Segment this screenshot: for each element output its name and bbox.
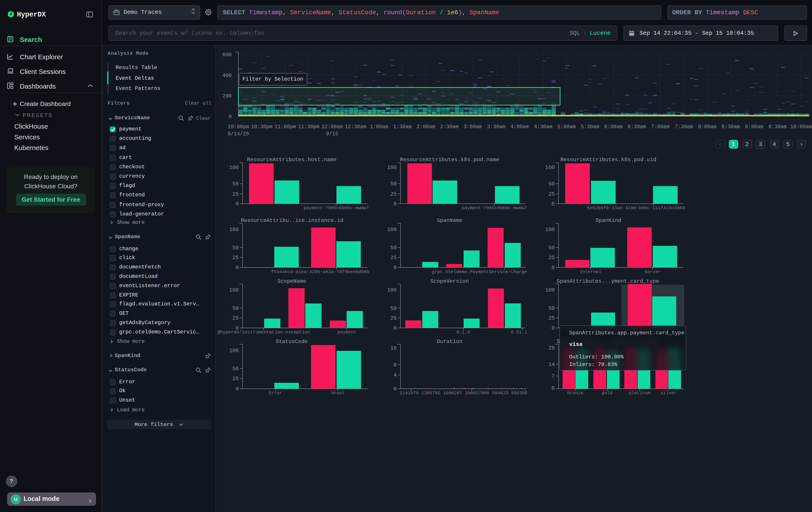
svg-text:0: 0 [236,265,239,271]
svg-text:Internal: Internal [579,269,601,274]
svg-text:100: 100 [387,164,397,170]
svg-text:StatusCode: StatusCode [276,339,308,345]
svg-text:50: 50 [232,366,239,372]
svg-text:100: 100 [545,164,555,170]
svg-text:100: 100 [229,287,239,293]
svg-text:100: 100 [229,226,239,233]
svg-text:50: 50 [548,181,555,187]
svg-text:ResourceAttribu..ice.instance.: ResourceAttribu..ice.instance.id [241,217,343,223]
svg-text:25: 25 [232,255,239,261]
svg-text:10:00am: 10:00am [790,124,812,130]
svg-text:ScopeVersion: ScopeVersion [431,278,469,284]
svg-text:10:00pm: 10:00pm [228,124,249,130]
svg-text:Error: Error [269,390,282,396]
svg-text:payment: payment [337,330,356,335]
svg-text:ResourceAttributes.k8s.pod.uid: ResourceAttributes.k8s.pod.uid [560,157,656,163]
svg-text:5e02b5fb-13ae-4296-bbbc-111f42: 5e02b5fb-13ae-4296-bbbc-111f423c460d [587,206,685,211]
svg-text:100: 100 [229,164,239,170]
svg-text:ScopeName: ScopeName [277,278,306,284]
svg-text:8:00am: 8:00am [698,124,716,130]
svg-text:4: 4 [394,372,397,378]
svg-text:50: 50 [232,181,239,187]
svg-text:1:30am: 1:30am [393,124,412,130]
svg-text:0: 0 [552,201,555,207]
svg-text:50: 50 [232,245,239,251]
svg-text:f5344ec9-a1ea-4290-a62a-78f5be: f5344ec9-a1ea-4290-a62a-78f5bee8d90b [271,269,369,274]
svg-text:0: 0 [552,385,555,391]
svg-text:14: 14 [548,361,555,368]
svg-text:25: 25 [548,191,555,197]
svg-text:6:00am: 6:00am [604,124,623,130]
svg-text:25: 25 [390,315,397,321]
svg-text:100: 100 [229,348,239,354]
svg-text:payment-7985c8969c-mwmw7: payment-7985c8969c-mwmw7 [303,206,369,211]
svg-text:100: 100 [545,287,555,293]
svg-text:25: 25 [548,255,555,261]
svg-text:@hyperdx/instrumentation-excep: @hyperdx/instrumentation-exception [218,330,310,335]
svg-text:grpc.oteldemo.PaymentService/C: grpc.oteldemo.PaymentService/Charge [432,269,527,274]
svg-text:6:30am: 6:30am [628,124,646,130]
svg-text:0.51.1: 0.51.1 [511,330,527,335]
svg-text:2:00am: 2:00am [417,124,435,130]
svg-text:50: 50 [390,245,397,251]
svg-text:Unset: Unset [331,390,345,396]
svg-text:12:30am: 12:30am [345,124,367,130]
svg-text:50: 50 [232,305,239,312]
svg-text:11:30pm: 11:30pm [298,124,320,130]
svg-text:10:30pm: 10:30pm [251,124,272,130]
svg-text:0.1.0: 0.1.0 [457,330,470,335]
svg-text:25: 25 [390,191,397,197]
svg-text:25: 25 [232,315,239,321]
svg-text:2:30am: 2:30am [440,124,459,130]
svg-text:50: 50 [548,305,555,312]
svg-text:0: 0 [552,325,555,331]
svg-text:4:00am: 4:00am [511,124,529,130]
svg-text:3:00am: 3:00am [464,124,482,130]
svg-text:ResourceAttributes.k8s.pod.nam: ResourceAttributes.k8s.pod.name [400,157,499,163]
svg-text:1:00am: 1:00am [370,124,388,130]
svg-text:0: 0 [236,386,239,392]
svg-text:28: 28 [548,345,555,351]
svg-text:SpanName: SpanName [437,217,462,223]
svg-text:9/14/25: 9/14/25 [228,131,249,137]
svg-text:gold: gold [602,390,613,396]
svg-text:0: 0 [394,325,397,331]
svg-text:100: 100 [387,287,397,293]
svg-text:4:30am: 4:30am [534,124,552,130]
svg-text:25: 25 [390,255,397,261]
svg-text:50: 50 [390,181,397,187]
svg-text:50: 50 [548,245,555,251]
svg-text:7:00am: 7:00am [651,124,670,130]
svg-text:25: 25 [548,315,555,321]
svg-text:0: 0 [394,265,397,271]
svg-text:SpanKind: SpanKind [596,217,621,223]
svg-text:11:00pm: 11:00pm [274,124,296,130]
svg-text:1141978 1386792 1600267 200027: 1141978 1386792 1600267 200027900 584623… [400,390,527,396]
svg-text:50: 50 [390,305,397,312]
svg-text:25: 25 [232,191,239,197]
svg-text:0: 0 [394,386,397,392]
svg-text:8:30am: 8:30am [722,124,740,130]
svg-text:7:30am: 7:30am [675,124,693,130]
svg-text:200: 200 [223,93,232,99]
svg-text:600: 600 [223,52,232,58]
svg-text:bronze: bronze [567,390,583,396]
svg-text:100: 100 [545,226,555,233]
svg-text:9:00am: 9:00am [745,124,763,130]
svg-text:ResourceAttributes.host.name: ResourceAttributes.host.name [247,157,337,163]
svg-text:3:30am: 3:30am [487,124,505,130]
svg-text:9:30am: 9:30am [768,124,787,130]
svg-text:SpanAttributes...yment.card_ty: SpanAttributes...yment.card_type [557,278,659,284]
svg-text:0: 0 [552,265,555,271]
svg-text:5:30am: 5:30am [581,124,599,130]
svg-text:12:00am: 12:00am [321,124,343,130]
svg-text:0: 0 [236,201,239,207]
svg-text:payment-7985c8969c-mwmw7: payment-7985c8969c-mwmw7 [462,206,527,211]
svg-text:silver: silver [660,390,676,396]
svg-text:8: 8 [394,362,397,368]
svg-text:0: 0 [229,114,232,120]
svg-text:7: 7 [552,373,555,379]
svg-text:100: 100 [387,226,397,233]
svg-text:16: 16 [390,345,397,351]
svg-text:platinum: platinum [629,390,650,396]
